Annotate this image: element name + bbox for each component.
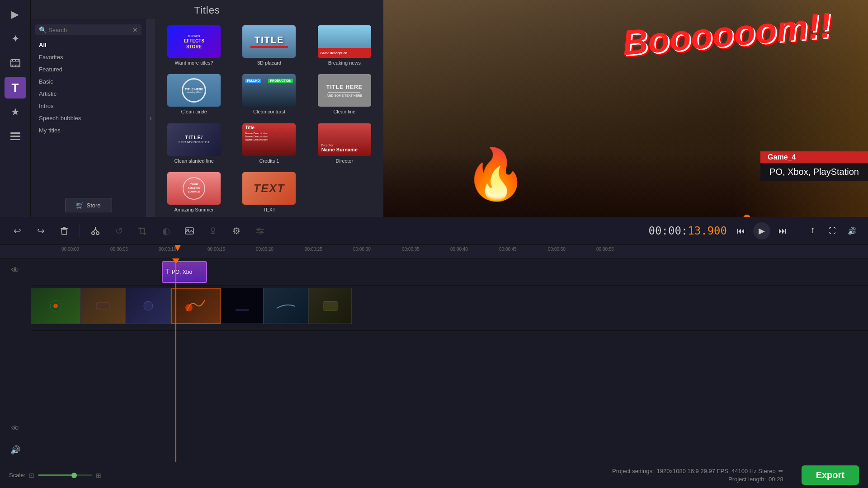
rotate-button[interactable]: ↺ [109,221,129,241]
volume-button[interactable]: 🔊 [844,222,861,239]
video-clip-1[interactable] [31,288,80,324]
sidebar-item-list[interactable] [5,126,26,147]
sidebar-item-favorites[interactable]: ★ [5,101,26,123]
title-label-clean-contrast: Clean contrast [253,108,285,115]
title-card-clean-line[interactable]: TITLE HERE AND SOME TEXT HERE Clean line [309,72,380,117]
timeline-area: 00:00:00 00:00:05 00:00:10 00:00:15 00:0… [0,245,868,462]
search-clear-button[interactable]: ✕ [132,26,138,33]
category-intros[interactable]: Intros [31,100,146,112]
redo-button[interactable]: ↪ [31,221,51,241]
project-settings-row: Project settings: 868x488 16:9 29.97 F… [612,468,783,474]
search-input[interactable] [48,27,116,33]
scale-handle [71,473,77,478]
scale-slider[interactable] [38,474,92,476]
title-track-row: T PO, Xbo [31,258,868,286]
category-artistic[interactable]: Artistic [31,88,146,100]
scale-control: Scale: ⊡ ⊞ [9,472,101,479]
top-area: ▶ ✦ T ★ Titles [0,0,868,217]
collapse-panel-button[interactable]: ‹ [146,19,155,217]
video-clip-2[interactable] [80,288,126,324]
video-clip-5[interactable] [221,288,264,324]
export-button[interactable]: Export [802,465,859,485]
right-controls: ⤴ ⛶ 🔊 [804,222,861,239]
svg-point-28 [261,231,263,233]
adjust-button[interactable] [250,221,270,241]
category-favorites[interactable]: Favorites [31,51,146,63]
edit-icon[interactable]: ✏ [778,468,783,474]
search-box[interactable]: 🔍 ✕ [35,24,142,35]
cut-button[interactable] [85,221,105,241]
title-thumb-amazing: YOURAMAZINGSUMMER [167,172,221,205]
project-length-label: Project length: [728,476,766,483]
color-button[interactable]: ◐ [156,221,176,241]
svg-point-33 [185,304,193,311]
project-settings-label: Project settings: [612,468,654,474]
sidebar-item-magic[interactable]: ✦ [5,28,26,50]
svg-rect-19 [185,228,193,234]
title-card-want-more[interactable]: MOVAVI EFFECTS STORE Want more titles? [159,23,229,68]
video-clip-3[interactable] [126,288,171,324]
preview-area: Boooooom!! 🔥 Game_4 PO, Xbox, PlayStatio… [383,0,868,217]
svg-rect-11 [10,139,20,140]
category-speech-bubbles[interactable]: Speech bubbles [31,112,146,124]
store-button[interactable]: 🛒 Store [65,198,112,212]
category-basic[interactable]: Basic [31,75,146,88]
title-label-breaking-news: Breaking news [328,60,361,66]
title-card-clean-slanted[interactable]: TITLE/ FOR MYPROJECT Clean slanted line [159,122,229,166]
title-block-text: PO, Xbo [172,269,192,275]
title-card-credits[interactable]: Title Name Description Name Description … [234,122,304,166]
search-icon: 🔍 [39,26,47,33]
icon-sidebar: ▶ ✦ T ★ [0,0,31,217]
video-clip-4[interactable] [171,288,221,324]
scale-icon-small: ⊡ [29,472,34,479]
preview-game-badge: Game_4 [760,151,868,163]
title-thumb-3d-placard: TITLE [242,25,296,58]
sidebar-item-titles[interactable]: T [5,77,26,99]
title-card-clean-circle[interactable]: TITLE HERE amazing titles Clean circle [159,72,229,117]
playback-controls: ⏮ ▶ ⏭ [732,222,791,239]
track-audio-toggle[interactable]: 🔊 [7,442,24,458]
track-visibility-toggle-1[interactable]: 👁 [7,262,24,278]
title-card-3d-placard[interactable]: TITLE 3D placard [234,23,304,68]
sidebar-item-film[interactable] [5,52,26,74]
svg-rect-7 [15,66,16,67]
category-my-titles[interactable]: My titles [31,124,146,136]
skip-back-button[interactable]: ⏮ [732,222,750,239]
project-info: Project settings: 868x488 16:9 29.97 F… [612,468,783,483]
timecode-display: 00:00:13.900 [649,225,727,237]
svg-rect-9 [10,132,20,134]
title-label-want-more: Want more titles? [175,60,213,66]
video-clip-6[interactable] [264,288,309,324]
title-thumb-want-more: MOVAVI EFFECTS STORE [167,25,221,58]
title-card-clean-contrast[interactable]: FULLHD PRODUCTION Clean contrast [234,72,304,117]
play-button[interactable]: ▶ [753,222,770,239]
scale-label: Scale: [9,472,25,479]
sidebar-item-play[interactable]: ▶ [5,4,26,25]
category-featured[interactable]: Featured [31,63,146,75]
titles-header: Titles [31,0,383,19]
video-clip-7[interactable] [309,288,352,324]
title-card-text[interactable]: TEXT TEXT [234,170,304,215]
image-button[interactable] [179,221,199,241]
category-all[interactable]: All [31,39,146,51]
track-visibility-toggle-2[interactable]: 👁 [7,420,24,436]
settings-button[interactable]: ⚙ [226,221,246,241]
undo-button[interactable]: ↩ [7,221,27,241]
timeline-tracks: T PO, Xbo [31,258,868,462]
audio-button[interactable] [203,221,223,241]
crop-button[interactable] [132,221,152,241]
svg-rect-3 [12,60,13,61]
skip-forward-button[interactable]: ⏭ [774,222,791,239]
svg-line-17 [95,229,98,232]
title-card-director[interactable]: Director Name Surname Director [309,122,380,166]
title-card-amazing[interactable]: YOURAMAZINGSUMMER Amazing Summer [159,170,229,215]
delete-button[interactable] [54,221,74,241]
share-button[interactable]: ⤴ [804,222,821,239]
title-card-breaking-news[interactable]: Game description Breaking news [309,23,380,68]
svg-point-14 [92,232,94,235]
fullscreen-button[interactable]: ⛶ [824,222,841,239]
title-block-icon: T [165,268,170,276]
title-track-block[interactable]: T PO, Xbo [162,261,207,283]
project-settings-value: 868x488 16:9 29.97 FPS, 44100 Hz Stere… [657,468,776,474]
title-label-director: Director [336,158,354,164]
